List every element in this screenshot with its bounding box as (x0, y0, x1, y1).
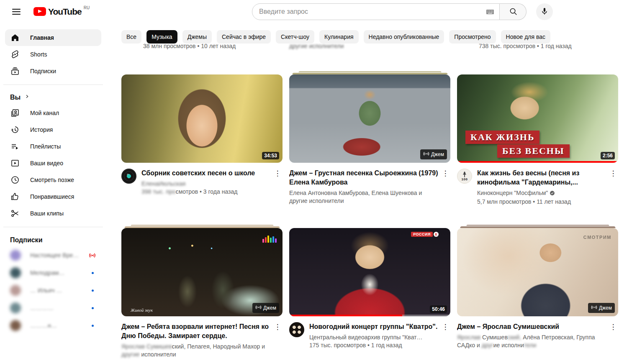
filter-chip[interactable]: Сейчас в эфире (217, 30, 271, 44)
sidebar-subscription[interactable]: … Ильич … (5, 282, 101, 299)
sidebar-divider-2 (3, 227, 103, 227)
sidebar-item-shorts[interactable]: Shorts (5, 46, 101, 63)
video-thumbnail[interactable]: РОССИЯК50:46 (289, 228, 450, 316)
sidebar-item-label: Подписки (30, 68, 96, 74)
channel-avatar[interactable]: 100 (457, 169, 472, 184)
sidebar-subscription[interactable]: ………н… (5, 317, 101, 334)
channel-avatar (10, 320, 21, 331)
sidebar-item-label: Ваши клипы (30, 210, 96, 217)
sidebar-item-playlists[interactable]: Плейлисты (5, 138, 101, 155)
sidebar-item-home[interactable]: Главная (5, 29, 101, 46)
filter-chip[interactable]: Новое для вас (501, 30, 551, 44)
kebab-menu-button[interactable]: ⋮ (440, 169, 450, 179)
search-box (252, 3, 500, 20)
filter-chip[interactable]: Скетч-шоу (276, 30, 314, 44)
sidebar-item-label: Мой канал (30, 110, 96, 116)
feed-row-top: 38 млн просмотров • 10 лет назаддругие и… (121, 43, 619, 51)
filter-chip[interactable]: Музыка (146, 30, 177, 44)
playlists-icon (10, 141, 20, 151)
subscriptions-header: Подписки (5, 232, 101, 246)
logo-region: RU (84, 5, 90, 10)
card-head-spacer (121, 71, 283, 74)
you-label: Вы (10, 94, 21, 101)
sidebar-you-header[interactable]: Вы (5, 90, 101, 105)
watch-progress-bar (289, 315, 450, 316)
thumbnail-watermark: Живой звук (131, 308, 153, 313)
video-title[interactable]: Новогодний концерт группы "Кватро". (309, 322, 439, 331)
byline-line: 398 тыс. просмотров • 3 года назад (141, 188, 271, 196)
filter-chip[interactable]: Просмотрено (449, 30, 496, 44)
channel-avatar[interactable] (289, 322, 304, 337)
sidebar-item-my-channel[interactable]: Мой канал (5, 105, 101, 121)
video-byline: Елена Антоновна Камбурова, Елена Шуенков… (289, 189, 439, 205)
subscriptions-icon (10, 66, 20, 76)
filter-chip[interactable]: Все (121, 30, 141, 44)
video-thumbnail[interactable]: 34:53 (121, 74, 283, 163)
video-card[interactable]: РОССИЯК50:46Новогодний концерт группы "К… (289, 225, 450, 359)
sidebar-item-watch-later[interactable]: Смотреть позже (5, 172, 101, 188)
sidebar-subscriptions: Настоящее Вре…Мелодрам…… Ильич ……………………н… (5, 246, 101, 334)
kebab-menu-button[interactable]: ⋮ (440, 322, 450, 332)
sidebar-item-your-videos[interactable]: Ваши видео (5, 155, 101, 172)
mix-stack (289, 71, 450, 74)
chip-bar: ВсеМузыкаДжемыСейчас в эфиреСкетч-шоуКул… (121, 30, 619, 44)
sidebar-item-clips[interactable]: Ваши клипы (5, 205, 101, 222)
sidebar-divider (3, 85, 103, 85)
video-thumbnail[interactable]: Живой звукДжем (121, 228, 283, 316)
youtube-logo[interactable]: YouTube RU (33, 5, 90, 17)
voice-search-button[interactable] (536, 3, 553, 20)
sidebar-subscription[interactable]: Мелодрам… (5, 264, 101, 282)
filter-chip[interactable]: Недавно опубликованные (364, 30, 444, 44)
video-byline: Киноконцерн "Мосфильм"5,7 млн просмотров… (477, 189, 606, 206)
mix-stack (121, 225, 283, 228)
video-thumbnail[interactable]: Джем (289, 74, 450, 163)
search-button[interactable] (500, 3, 527, 20)
video-meta: другие исполнители (289, 43, 344, 49)
sidebar-subscription[interactable]: ………… (5, 299, 101, 317)
video-title[interactable]: Сборник советских песен о школе (141, 169, 271, 178)
microphone-icon (540, 7, 549, 17)
video-title[interactable]: Как жизнь без весны (песня из кинофильма… (477, 169, 606, 187)
feed-row-3: Живой звукДжемДжем – Ребята взорвали инт… (121, 225, 618, 359)
video-meta: 738 тыс. просмотров • 1 год назад (479, 43, 572, 49)
byline-text: Ярослав Сумишев (121, 343, 172, 350)
video-title[interactable]: Джем – Ребята взорвали интернет! Песня к… (121, 322, 271, 341)
chevron-right-icon (24, 93, 30, 101)
hamburger-menu-icon[interactable] (8, 3, 25, 20)
kebab-menu-button[interactable]: ⋮ (272, 169, 283, 179)
kebab-menu-button[interactable]: ⋮ (272, 322, 283, 332)
sidebar-item-history[interactable]: История (5, 121, 101, 138)
video-card[interactable]: Живой звукДжемДжем – Ребята взорвали инт… (121, 225, 283, 359)
video-thumbnail[interactable]: КАК ЖИЗНЬБЕЗ ВЕСНЫ2:56 (457, 74, 618, 163)
video-meta-row: 100Как жизнь без весны (песня из кинофил… (457, 169, 618, 206)
video-card[interactable]: КАК ЖИЗНЬБЕЗ ВЕСНЫ2:56100Как жизнь без в… (457, 71, 618, 206)
byline-line: Елена Антоновна Камбурова, Елена Шуенков… (289, 189, 439, 205)
video-card[interactable]: 34:53Сборник советских песен о школеЕлен… (121, 71, 283, 206)
sidebar-item-subscriptions[interactable]: Подписки (5, 63, 101, 79)
video-title[interactable]: Джем – Грустная песенка Сыроежкина (1979… (289, 169, 439, 187)
sidebar-main: ГлавнаяShortsПодписки (5, 29, 101, 79)
video-title[interactable]: Джем – Ярослав Сумишевский (457, 322, 606, 331)
card-head-spacer (289, 225, 450, 228)
subscription-name: Мелодрам… (30, 269, 92, 276)
video-card[interactable]: ДжемДжем – Грустная песенка Сыроежкина (… (289, 71, 450, 206)
filter-chip[interactable]: Кулинария (319, 30, 359, 44)
my-channel-icon (10, 108, 20, 118)
video-card[interactable]: СМОТРИМДжемДжем – Ярослав СумишевскийЯро… (457, 225, 618, 359)
video-byline: Ярослав Сумишевский, Алёна Петровская, Г… (457, 333, 606, 349)
video-thumbnail[interactable]: СМОТРИМДжем (457, 228, 618, 316)
kebab-menu-button[interactable]: ⋮ (608, 169, 618, 179)
byline-line: Центральный видеоархив группы "Кват… (309, 333, 439, 341)
card-head-spacer (457, 71, 618, 74)
keyboard-icon[interactable] (485, 7, 495, 17)
byline-text: 398 тыс. про (141, 188, 176, 195)
search-input[interactable] (259, 8, 485, 15)
filter-chip[interactable]: Джемы (182, 30, 212, 44)
feed-row-2: 34:53Сборник советских песен о школеЕлен… (121, 71, 618, 206)
sidebar-subscription[interactable]: Настоящее Вре… (5, 246, 101, 264)
main-content: ВсеМузыкаДжемыСейчас в эфиреСкетч-шоуКул… (106, 23, 619, 364)
kebab-menu-button[interactable]: ⋮ (608, 322, 618, 332)
tv-channel-badge-letter: К (434, 232, 439, 237)
sidebar-item-liked[interactable]: Понравившиеся (5, 188, 101, 205)
channel-avatar[interactable] (121, 169, 136, 184)
